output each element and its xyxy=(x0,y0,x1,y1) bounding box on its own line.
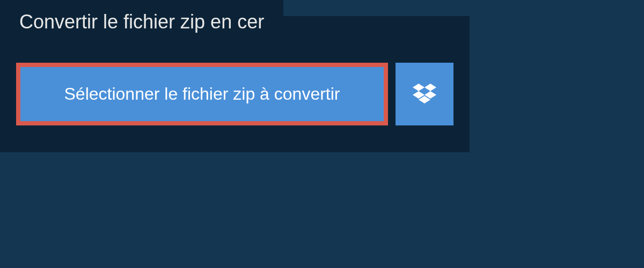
converter-panel: Convertir le fichier zip en cer Sélectio… xyxy=(0,16,470,152)
tab-header: Convertir le fichier zip en cer xyxy=(0,0,283,44)
page-title: Convertir le fichier zip en cer xyxy=(19,11,264,33)
select-file-button[interactable]: Sélectionner le fichier zip à convertir xyxy=(16,63,388,125)
dropbox-button[interactable] xyxy=(396,63,453,125)
dropbox-icon xyxy=(413,84,436,105)
action-row: Sélectionner le fichier zip à convertir xyxy=(16,63,453,125)
